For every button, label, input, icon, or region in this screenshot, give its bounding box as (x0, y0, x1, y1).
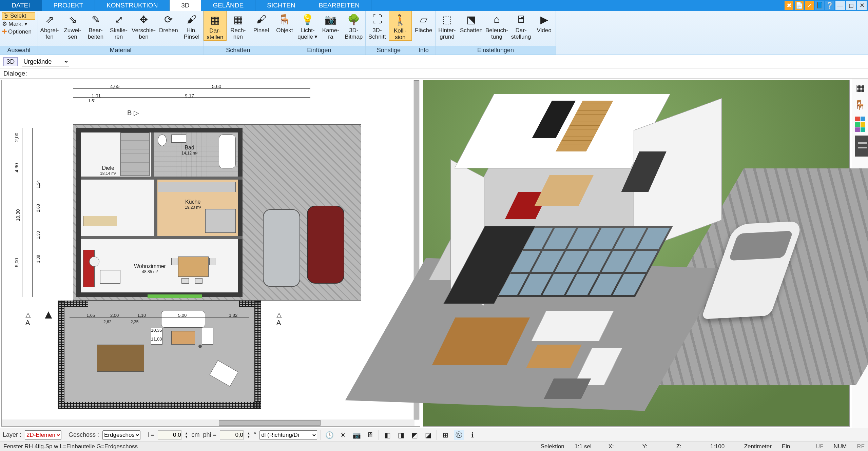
dim-b-4: 1,32 (229, 313, 237, 318)
dim-top-total: 9,17 (185, 93, 194, 99)
chair-3 (181, 278, 189, 284)
darstellung-label: Dar- stellung (511, 27, 531, 40)
clock-icon[interactable]: 🕒 (324, 430, 334, 440)
tab-konstruktion[interactable]: KONSTRUKTION (95, 0, 170, 11)
panel-grip[interactable] (855, 136, 868, 157)
layer-icon-4[interactable]: ◪ (423, 430, 433, 440)
ribbon-abgreifen[interactable]: ⇗Abgrei- fen (38, 11, 61, 40)
phi-input[interactable] (220, 430, 244, 440)
main-menu-tabs: DATEI PROJEKT KONSTRUKTION 3D GELÄNDE SI… (0, 0, 868, 11)
verschieben-icon: ✥ (136, 12, 151, 26)
book-icon[interactable]: 📘 (815, 1, 824, 10)
hintergrund-label: Hinter- grund (438, 27, 456, 40)
layer-icon-1[interactable]: ◧ (382, 430, 392, 440)
ribbon-group-info: Info (412, 46, 435, 55)
ribbon-darstellen[interactable]: ▦Dar- stellen (204, 11, 227, 41)
north-icon[interactable]: Ⓝ (454, 430, 464, 440)
tab-sichten[interactable]: SICHTEN (255, 0, 307, 11)
coffee-table (100, 270, 120, 284)
bearbeiten-label: Bear- beiten (88, 27, 103, 40)
status-message: Fenster RH 4flg.Sp w L=Einbauteile G=Erd… (3, 443, 138, 450)
ribbon-flaeche[interactable]: ▱Fläche (412, 11, 435, 34)
ribbon-objekt[interactable]: 🪑Objekt (273, 11, 296, 34)
label-diele: Diele18,14 m² (100, 165, 116, 176)
tab-3d[interactable]: 3D (170, 0, 201, 11)
toilet-icon (158, 135, 167, 146)
minimize-icon[interactable]: — (835, 1, 845, 10)
ribbon-schnitt[interactable]: ⛶3D- Schnitt (366, 11, 389, 40)
furniture-icon[interactable]: 🪑 (854, 99, 866, 110)
ribbon-hinpinsel[interactable]: 🖌Hin. Pinsel (180, 11, 203, 40)
layer-icon-2[interactable]: ◨ (396, 430, 406, 440)
dialog-bar: Dialoge: (0, 68, 868, 79)
hedge-e (254, 301, 261, 409)
tab-gelaende[interactable]: GELÄNDE (201, 0, 255, 11)
layers-icon[interactable]: ▦ (856, 82, 865, 93)
camera-icon[interactable]: 📷 (351, 430, 362, 440)
ribbon-beleuchtung[interactable]: ⌂Beleuch- tung (484, 11, 509, 40)
ribbon-skalieren[interactable]: ⤢Skalie- ren (107, 11, 130, 40)
ribbon-lichtquelle[interactable]: 💡Licht- quelle ▾ (296, 11, 319, 40)
ribbon-group-material: Material (38, 46, 203, 55)
sun-icon[interactable]: ☀ (338, 430, 348, 440)
ribbon-verschieben[interactable]: ✥Verschie- ben (130, 11, 157, 40)
tool-icon-3[interactable]: ⤢ (805, 1, 814, 10)
layer-icon-3[interactable]: ◩ (409, 430, 420, 440)
tab-datei[interactable]: DATEI (0, 0, 42, 11)
richtung-select[interactable]: dl (Richtung/Di (259, 430, 317, 440)
section-a-left: △A (25, 311, 31, 327)
help-icon[interactable]: ❔ (825, 1, 834, 10)
label-kueche: Küche19,20 m² (185, 199, 201, 210)
ribbon-zuweisen[interactable]: ⇘Zuwei- sen (61, 11, 84, 40)
ribbon-group-auswahl: Auswahl (0, 46, 38, 55)
ribbon-drehen[interactable]: ⟳Drehen (157, 11, 180, 34)
tab-bearbeiten[interactable]: BEARBEITEN (307, 0, 371, 11)
viewport-2d[interactable]: 4,65 5,60 9,17 1,01 1,51 B ▷ 2,00 4,90 1… (1, 80, 420, 427)
ribbon-kollision[interactable]: 🚶Kolli- sion (389, 11, 412, 41)
scrollbar-h-2d[interactable] (2, 419, 414, 426)
screen-icon[interactable]: 🖥 (365, 430, 375, 440)
color-palette-icon[interactable] (855, 117, 865, 132)
beleuchtung-label: Beleuch- tung (485, 27, 508, 40)
tool-icon-1[interactable]: ✖ (785, 1, 793, 10)
ribbon-rechnen[interactable]: ▦Rech- nen (227, 11, 250, 40)
tab-projekt[interactable]: PROJEKT (42, 0, 95, 11)
ribbon-darstellung[interactable]: 🖥Dar- stellung (509, 11, 533, 40)
iwall-1 (81, 177, 243, 180)
status-ein: Ein (782, 443, 806, 450)
status-num: NUM (834, 443, 847, 450)
dim-top-left: 4,65 (110, 84, 119, 89)
darstellung-icon: 🖥 (514, 12, 528, 26)
viewport-3d[interactable] (423, 80, 850, 427)
l-input[interactable] (158, 430, 181, 440)
video-label: Video (537, 27, 552, 34)
maximize-icon[interactable]: ◻ (846, 1, 856, 10)
grid-icon[interactable]: ⊞ (440, 430, 450, 440)
ribbon-pinsel[interactable]: 🖌Pinsel (250, 11, 273, 34)
optionen-button[interactable]: ✚ Optionen (2, 28, 35, 35)
kitchen-island (205, 209, 236, 233)
abgreifen-label: Abgrei- fen (40, 27, 59, 40)
hedge-w (58, 301, 64, 409)
ribbon-hintergrund[interactable]: ⬚Hinter- grund (436, 11, 459, 40)
ribbon-bearbeiten[interactable]: ✎Bear- beiten (84, 11, 107, 40)
status-scale: 1:100 (710, 443, 734, 450)
info-icon[interactable]: ℹ (467, 430, 478, 440)
ribbon-group-schatten: Schatten (204, 46, 273, 55)
ribbon-video[interactable]: ▶Video (533, 11, 556, 34)
flaeche-label: Fläche (415, 27, 432, 34)
iwall-2 (151, 132, 154, 178)
close-icon[interactable]: ✕ (857, 1, 867, 10)
geschoss-select[interactable]: Erdgeschos (102, 430, 140, 440)
ribbon-baum[interactable]: 🌳3D- Bitmap (342, 11, 365, 40)
bottom-toolbar: Layer : 2D-Elemen Geschoss : Erdgeschos … (0, 428, 868, 442)
ribbon-schatten2[interactable]: ⬔Schatten (459, 11, 484, 34)
selekt-button[interactable]: 🖱 Selekt (2, 12, 35, 20)
layer-select[interactable]: 2D-Elemen (25, 430, 61, 440)
chair-1 (171, 258, 177, 265)
ribbon-kamera[interactable]: 📷Kame- ra (319, 11, 342, 40)
bathtub-icon (219, 135, 236, 168)
level-select[interactable]: Urgelände (22, 57, 69, 66)
mark-dropdown[interactable]: ⚙ Mark. ▾ (2, 20, 35, 27)
tool-icon-2[interactable]: 📄 (795, 1, 804, 10)
